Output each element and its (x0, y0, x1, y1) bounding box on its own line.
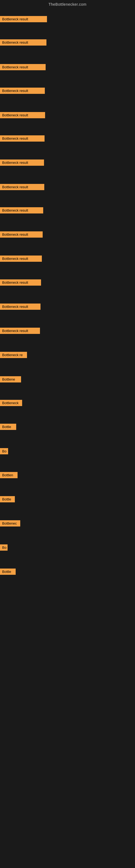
bottleneck-result-item: Bottleneck result (0, 328, 40, 334)
site-title: TheBottlenecker.com (0, 0, 135, 9)
bottleneck-result-item: Bottleneck result (0, 279, 41, 286)
bottleneck-result-item: Bottlen (0, 472, 17, 478)
bottleneck-result-item: Bottleneck result (0, 159, 44, 166)
bottleneck-result-item: Bottleneck result (0, 207, 43, 214)
bottleneck-result-item: Bottleneck result (0, 88, 45, 94)
bottleneck-result-item: Bottleneck re (0, 352, 27, 358)
bottleneck-result-item: Bo (0, 448, 8, 454)
bottleneck-result-item: Bottleneck result (0, 135, 45, 142)
bottleneck-result-item: Bottleneck result (0, 16, 47, 22)
bottleneck-result-item: Bottleneck result (0, 112, 45, 118)
bottleneck-result-item: Bottlenec (0, 520, 20, 527)
bottleneck-result-item: Bottle (0, 496, 15, 502)
bottleneck-result-item: Bottleneck result (0, 255, 42, 262)
bottleneck-result-item: Bo (0, 545, 8, 551)
bottleneck-result-item: Bottleneck result (0, 231, 43, 238)
bottleneck-result-item: Bottleneck result (0, 304, 41, 310)
bottleneck-result-item: Bottle (0, 424, 16, 430)
bottleneck-result-item: Bottlene (0, 376, 21, 382)
bottleneck-result-item: Bottleneck result (0, 184, 44, 190)
bottleneck-result-item: Bottle (0, 568, 16, 575)
bottleneck-result-item: Bottleneck result (0, 39, 46, 45)
bottleneck-result-item: Bottleneck result (0, 64, 46, 70)
bottleneck-result-item: Bottleneck (0, 400, 22, 406)
